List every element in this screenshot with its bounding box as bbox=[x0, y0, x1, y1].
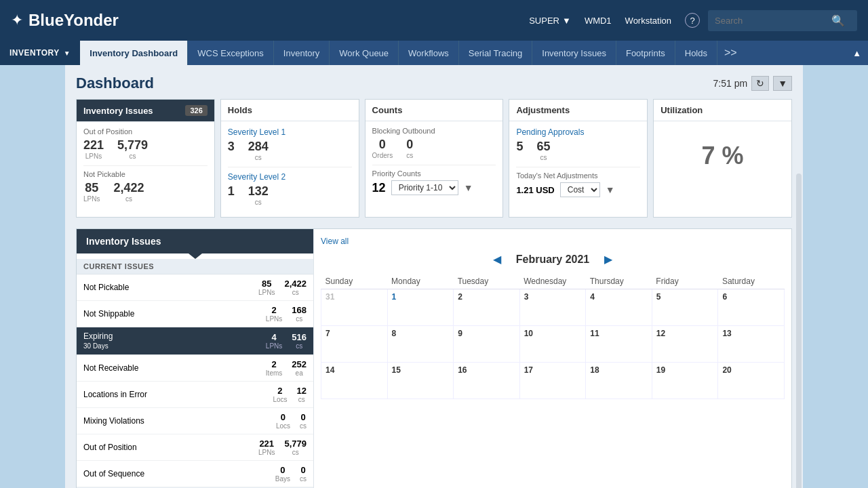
tab-wcs-exceptions[interactable]: WCS Exceptions bbox=[188, 41, 274, 65]
severity2-link[interactable]: Severity Level 2 bbox=[228, 172, 285, 182]
nav-up-button[interactable]: ▲ bbox=[846, 41, 868, 65]
tab-footprints[interactable]: Footprints bbox=[616, 41, 675, 65]
issue-row[interactable]: Locations in Error 2 Locs 12 cs bbox=[77, 382, 313, 408]
cal-day[interactable]: 12 bbox=[652, 326, 718, 363]
cal-header-fri: Friday bbox=[652, 274, 718, 289]
tab-inventory[interactable]: Inventory bbox=[274, 41, 330, 65]
widget-inventory-issues: Inventory Issues 326 Out of Position 221… bbox=[76, 99, 215, 218]
tab-holds[interactable]: Holds bbox=[675, 41, 717, 65]
second-nav: INVENTORY ▼ Inventory Dashboard WCS Exce… bbox=[0, 41, 868, 65]
search-area: 🔍 bbox=[708, 10, 857, 31]
cal-day[interactable]: 19 bbox=[652, 363, 718, 399]
pending-approvals-link[interactable]: Pending Approvals bbox=[516, 127, 584, 137]
tab-work-queue[interactable]: Work Queue bbox=[330, 41, 399, 65]
widget-counts: Counts Blocking Outbound 0 Orders 0 cs P… bbox=[365, 99, 504, 218]
help-icon[interactable]: ? bbox=[685, 13, 700, 28]
cal-month-title: February 2021 bbox=[516, 253, 590, 266]
time-controls: 7:51 pm ↻ ▼ bbox=[713, 76, 792, 91]
widget-holds: Holds Severity Level 1 3 284 cs Severity… bbox=[220, 99, 359, 218]
tab-inventory-issues[interactable]: Inventory Issues bbox=[532, 41, 616, 65]
cs-5779: 5,779 bbox=[117, 138, 148, 152]
cal-day[interactable]: 9 bbox=[454, 326, 520, 363]
right-panel: View all ◀ February 2021 ▶ Sunday Monday… bbox=[314, 229, 791, 488]
cal-day[interactable]: 10 bbox=[519, 326, 586, 363]
cal-day[interactable]: 18 bbox=[586, 363, 652, 399]
current-time: 7:51 pm bbox=[713, 78, 748, 89]
cal-day[interactable]: 1 bbox=[387, 289, 454, 326]
issue-row[interactable]: Not Shippable 2 LPNs 168 cs bbox=[77, 301, 313, 327]
calendar-nav: ◀ February 2021 ▶ bbox=[321, 251, 785, 267]
tab-inventory-dashboard[interactable]: Inventory Dashboard bbox=[80, 41, 188, 65]
issue-row[interactable]: Out of Position 221 LPNs 5,779 cs bbox=[77, 434, 313, 461]
issues-badge: 326 bbox=[185, 105, 207, 116]
inventory-dropdown[interactable]: INVENTORY ▼ bbox=[0, 41, 80, 65]
blocking-outbound-label: Blocking Outbound bbox=[372, 127, 496, 135]
cal-header-mon: Monday bbox=[387, 274, 454, 289]
cal-day[interactable]: 17 bbox=[519, 363, 586, 399]
issue-row[interactable]: Mixing Violations 0 Locs 0 cs bbox=[77, 408, 313, 434]
widget-holds-header: Holds bbox=[221, 100, 359, 121]
lpns-label: LPNs bbox=[83, 152, 104, 160]
logo-cross: ✦ bbox=[11, 12, 23, 29]
scrollbar[interactable] bbox=[796, 174, 802, 488]
cal-day[interactable]: 16 bbox=[454, 363, 520, 399]
cal-day[interactable]: 13 bbox=[718, 326, 785, 363]
issue-row[interactable]: Out of Sequence 0 Bays 0 cs bbox=[77, 461, 313, 487]
net-adj-select[interactable]: Cost bbox=[560, 182, 600, 197]
page-title: Dashboard bbox=[76, 75, 154, 92]
cal-day[interactable]: 4 bbox=[586, 289, 652, 326]
top-bar: ✦ BlueYonder SUPER ▼ WMD1 Workstation ? … bbox=[0, 0, 868, 41]
cal-header-sun: Sunday bbox=[321, 274, 388, 289]
user-menu[interactable]: SUPER ▼ bbox=[529, 16, 571, 26]
cal-day[interactable]: 20 bbox=[718, 363, 785, 399]
widget-utilization: Utilization 7 % bbox=[653, 99, 792, 218]
tab-workflows[interactable]: Workflows bbox=[399, 41, 459, 65]
issue-rows: Not Pickable 85 LPNs 2,422 cs Not Shippa… bbox=[77, 274, 313, 487]
tab-serial-tracing[interactable]: Serial Tracing bbox=[459, 41, 532, 65]
time-chevron[interactable]: ▼ bbox=[773, 76, 792, 91]
cal-day[interactable]: 7 bbox=[321, 326, 388, 363]
cal-day[interactable]: 11 bbox=[586, 326, 652, 363]
view-all-link[interactable]: View all bbox=[321, 237, 349, 246]
top-nav-links: SUPER ▼ WMD1 Workstation ? bbox=[529, 13, 700, 28]
cal-header-sat: Saturday bbox=[718, 274, 785, 289]
cal-day[interactable]: 2 bbox=[454, 289, 520, 326]
logo-icon: ✦ bbox=[11, 12, 23, 29]
widget-utilization-header: Utilization bbox=[654, 100, 791, 121]
cal-header-tue: Tuesday bbox=[454, 274, 520, 289]
cal-header-thu: Thursday bbox=[586, 274, 652, 289]
widget-counts-header: Counts bbox=[366, 100, 503, 121]
widget-adjustments-header: Adjustments bbox=[509, 100, 647, 121]
priority-select[interactable]: Priority 1-10 bbox=[391, 180, 458, 195]
cal-day[interactable]: 14 bbox=[321, 363, 388, 399]
cal-next-button[interactable]: ▶ bbox=[600, 251, 616, 267]
widget-inventory-issues-header: Inventory Issues 326 bbox=[77, 100, 214, 122]
workstation-label[interactable]: Workstation bbox=[625, 16, 671, 26]
page-header: Dashboard 7:51 pm ↻ ▼ bbox=[76, 65, 792, 99]
nav-more[interactable]: >> bbox=[717, 41, 744, 65]
issue-row[interactable]: Not Pickable 85 LPNs 2,422 cs bbox=[77, 274, 313, 301]
severity1-link[interactable]: Severity Level 1 bbox=[228, 127, 285, 137]
cal-day[interactable]: 15 bbox=[387, 363, 454, 399]
issue-row[interactable]: Not Receivable 2 Items 252 ea bbox=[77, 355, 313, 382]
split-layout: Inventory Issues CURRENT ISSUES Not Pick… bbox=[76, 228, 792, 488]
search-input[interactable] bbox=[715, 16, 823, 26]
widget-adjustments: Adjustments Pending Approvals 5 65 cs To… bbox=[509, 99, 648, 218]
site-label[interactable]: WMD1 bbox=[585, 16, 612, 26]
cal-day[interactable]: 6 bbox=[718, 289, 785, 326]
calendar-grid: Sunday Monday Tuesday Wednesday Thursday… bbox=[321, 274, 785, 399]
cal-day[interactable]: 31 bbox=[321, 289, 388, 326]
left-panel: Inventory Issues CURRENT ISSUES Not Pick… bbox=[77, 229, 314, 488]
cal-day[interactable]: 3 bbox=[519, 289, 586, 326]
lpns-85: 85 bbox=[83, 181, 100, 195]
cal-prev-button[interactable]: ◀ bbox=[489, 251, 505, 267]
cal-header-wed: Wednesday bbox=[519, 274, 586, 289]
nav-tabs: Inventory Dashboard WCS Exceptions Inven… bbox=[80, 41, 743, 65]
widgets-row: Inventory Issues 326 Out of Position 221… bbox=[76, 99, 792, 218]
cal-day[interactable]: 8 bbox=[387, 326, 454, 363]
issue-row[interactable]: Expiring30 Days 4 LPNs 516 cs bbox=[77, 327, 313, 355]
search-button[interactable]: 🔍 bbox=[827, 13, 849, 28]
main-content: Dashboard 7:51 pm ↻ ▼ Inventory Issues 3… bbox=[65, 65, 803, 488]
cal-day[interactable]: 5 bbox=[652, 289, 718, 326]
refresh-button[interactable]: ↻ bbox=[751, 76, 769, 91]
